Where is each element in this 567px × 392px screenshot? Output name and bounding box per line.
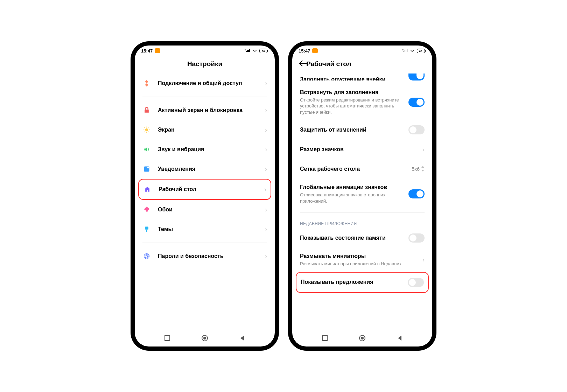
row-blur-thumbnails[interactable]: Размывать миниатюры Размывать миниатюры … (296, 248, 429, 272)
row-label: Размывать миниатюры (300, 253, 419, 260)
toggle-switch[interactable] (408, 233, 425, 243)
home-icon (143, 185, 152, 194)
divider (142, 243, 267, 243)
chevron-right-icon: › (265, 126, 267, 134)
row-shake-fill[interactable]: Встряхнуть для заполнения Откройте режим… (296, 84, 429, 120)
wifi-icon (252, 49, 258, 53)
row-label: Сетка рабочего стола (300, 166, 408, 173)
chevron-right-icon: › (265, 226, 267, 233)
svg-line-11 (144, 132, 145, 132)
divider (300, 212, 425, 213)
row-label: Обои (158, 206, 261, 214)
highlight-box: Рабочий стол › (138, 179, 271, 200)
screen-right: 15:47 R 66 Рабочий стол (292, 46, 432, 346)
row-label: Защитить от изменений (300, 126, 405, 134)
row-fill-empty-cells[interactable]: Заполнять опустевшие ячейки (296, 74, 429, 84)
row-connection-sharing[interactable]: Подключение и общий доступ › (138, 74, 271, 93)
phone-right: 15:47 R 66 Рабочий стол (289, 42, 436, 350)
row-label: Заполнять опустевшие ячейки (300, 76, 385, 80)
toggle-switch[interactable] (408, 98, 425, 107)
speaker-icon (142, 145, 151, 154)
row-show-suggestions[interactable]: Показывать предложения (296, 273, 428, 292)
settings-list[interactable]: Подключение и общий доступ › Активный эк… (135, 74, 275, 330)
row-label: Показывать предложения (301, 279, 404, 286)
page-title: Настройки (142, 60, 268, 68)
share-icon (142, 79, 151, 88)
row-display[interactable]: Экран › (138, 120, 271, 140)
back-button[interactable] (299, 59, 307, 69)
chevron-right-icon: › (265, 206, 267, 214)
svg-rect-25 (425, 50, 426, 52)
svg-point-4 (145, 128, 148, 131)
svg-rect-16 (146, 230, 147, 232)
battery-icon: 66 (417, 49, 426, 53)
status-time: 15:47 (141, 48, 153, 54)
row-global-animations[interactable]: Глобальные анимации значков Отрисовка ан… (296, 179, 429, 209)
toggle-switch[interactable] (408, 278, 424, 287)
row-label: Темы (158, 226, 261, 233)
chevron-right-icon: › (265, 80, 267, 87)
nav-home[interactable] (357, 333, 368, 343)
row-label: Пароли и безопасность (158, 253, 261, 260)
chevron-right-icon: › (422, 146, 425, 153)
row-grid[interactable]: Сетка рабочего стола 5x6 (296, 159, 429, 179)
row-desc: Размывать миниатюры приложений в Недавни… (300, 261, 419, 267)
svg-text:66: 66 (419, 49, 422, 52)
svg-line-10 (148, 132, 149, 132)
toggle-switch[interactable] (408, 74, 425, 80)
nav-bar (292, 330, 432, 346)
nav-recents[interactable] (162, 333, 173, 343)
chevron-right-icon: › (422, 256, 425, 264)
svg-line-9 (144, 127, 145, 128)
highlight-box: Показывать предложения (296, 272, 429, 293)
row-desc: Откройте режим редактирования и встряхни… (300, 97, 405, 115)
nav-recents[interactable] (320, 333, 330, 343)
section-header: НЕДАВНИЕ ПРИЛОЖЕНИЯ (296, 216, 429, 228)
fingerprint-icon (142, 252, 151, 260)
row-label: Встряхнуть для заполнения (300, 89, 405, 96)
row-label: Подключение и общий доступ (158, 80, 261, 87)
row-label: Размер значков (300, 146, 419, 153)
screen-left: 15:47 R 66 Настройки (135, 46, 275, 346)
phone-left: 15:47 R 66 Настройки (131, 42, 278, 350)
signal-icon: R (402, 49, 408, 53)
nav-back[interactable] (237, 333, 247, 343)
row-label: Уведомления (158, 166, 261, 173)
row-show-memory[interactable]: Показывать состояние памяти (296, 228, 429, 248)
toggle-switch[interactable] (408, 125, 425, 134)
svg-point-22 (203, 337, 206, 340)
row-wallpaper[interactable]: Обои › (138, 200, 271, 219)
chevron-right-icon: › (265, 166, 267, 173)
row-notifications[interactable]: Уведомления › (138, 159, 271, 179)
row-label: Экран (158, 126, 261, 134)
row-lock-layout[interactable]: Защитить от изменений (296, 120, 429, 140)
svg-point-17 (146, 255, 148, 257)
row-home-screen[interactable]: Рабочий стол › (139, 180, 271, 199)
header: Настройки (135, 56, 275, 74)
row-security[interactable]: Пароли и безопасность › (138, 246, 271, 266)
status-bar: 15:47 R 66 (135, 46, 275, 56)
home-settings-list[interactable]: Заполнять опустевшие ячейки Встряхнуть д… (292, 74, 432, 330)
notification-icon (142, 165, 151, 173)
row-label: Глобальные анимации значков (300, 184, 405, 191)
nav-bar (135, 330, 275, 346)
chevron-right-icon: › (265, 253, 267, 260)
flower-icon (142, 205, 151, 214)
app-indicator-icon (312, 48, 318, 53)
row-lockscreen[interactable]: Активный экран и блокировка › (138, 100, 271, 120)
row-themes[interactable]: Темы › (138, 219, 271, 239)
row-sound[interactable]: Звук и вибрация › (138, 140, 271, 159)
lock-icon (142, 106, 151, 114)
row-label: Звук и вибрация (158, 146, 261, 153)
nav-back[interactable] (394, 333, 405, 343)
row-icon-size[interactable]: Размер значков › (296, 140, 429, 159)
toggle-switch[interactable] (408, 189, 425, 198)
row-desc: Отрисовка анимации значков сторонних при… (300, 192, 405, 204)
status-bar: 15:47 R 66 (292, 46, 432, 56)
signal-icon: R (245, 49, 250, 53)
divider (142, 97, 267, 97)
nav-home[interactable] (200, 333, 210, 343)
chevron-right-icon: › (264, 186, 266, 193)
svg-point-18 (145, 254, 148, 258)
svg-point-14 (147, 167, 149, 168)
